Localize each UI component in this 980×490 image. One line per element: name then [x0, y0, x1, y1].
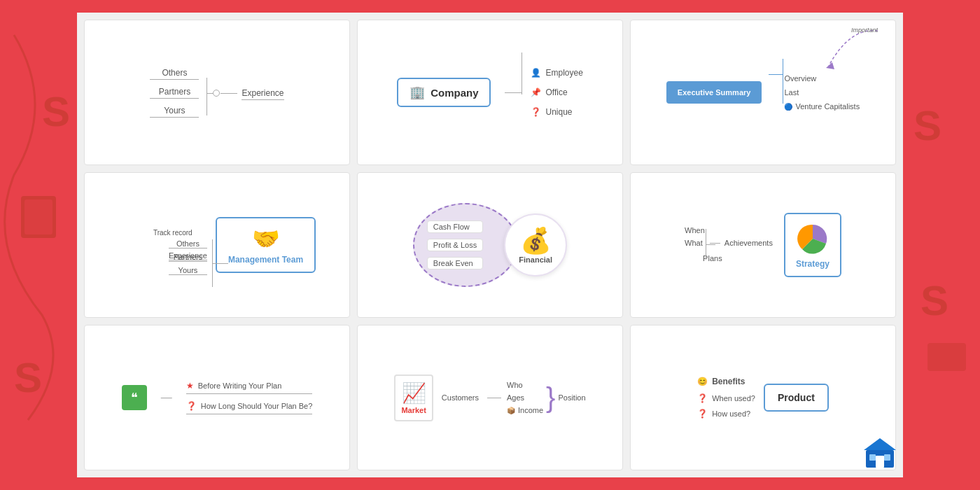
svg-rect-2 — [24, 200, 52, 234]
strategy-box: Strategy — [784, 213, 841, 277]
income-label: Income — [518, 406, 543, 414]
when-used-item: ❓ When used? — [697, 393, 755, 403]
card-financial: Cash Flow Profit & Loss Break Even 💰 Fin… — [357, 172, 623, 318]
venture-label: Venture Capitalists — [795, 102, 860, 111]
mgmt-emoji: 🤝 — [252, 225, 280, 252]
svg-text:S: S — [913, 102, 941, 149]
financial-coin: 💰 — [520, 226, 552, 255]
office-label: Office — [545, 88, 567, 97]
financial-box: 💰 Financial — [504, 214, 567, 276]
house-icon — [862, 435, 897, 475]
card-company: 🏢 Company 👤 Employee 📌 Office — [357, 20, 623, 165]
market-title: Market — [401, 406, 426, 414]
yours-label: Yours — [150, 106, 199, 118]
svg-marker-10 — [864, 438, 896, 450]
brace-icon: } — [546, 384, 555, 412]
card-strategy: When What Achievements Plans — [630, 172, 896, 318]
svg-rect-0 — [0, 0, 80, 490]
card4-yours: Yours — [169, 266, 207, 275]
how-used-item: ❓ How used? — [697, 409, 755, 419]
card-management-team: Track record Others Partners Yours Exper… — [84, 172, 350, 318]
product-title: Product — [778, 392, 815, 403]
card-market: 📈 Market Customers Who Ages 📦 Income — [357, 325, 623, 470]
experience-label: Experience — [241, 88, 284, 100]
track-record-label: Track record — [153, 229, 207, 237]
market-chart-icon: 📈 — [402, 382, 426, 405]
svg-text:S: S — [14, 354, 42, 401]
profit-loss-label: Profit & Loss — [427, 239, 483, 251]
company-box: 🏢 Company — [397, 78, 491, 107]
strategy-title: Strategy — [796, 259, 830, 269]
executive-summary-box: Executive Summary — [666, 81, 762, 104]
achievements-label: Achievements — [724, 239, 773, 247]
company-icon: 🏢 — [410, 85, 425, 100]
company-title: Company — [430, 87, 478, 99]
employee-label: Employee — [545, 68, 582, 78]
when-label: When — [685, 226, 705, 234]
customers-label: Customers — [439, 393, 482, 402]
how-used-label: How used? — [712, 410, 750, 418]
card2-employee: 👤 Employee — [531, 68, 582, 78]
how-long-label: How Long Should Your Plan Be? — [201, 402, 313, 410]
writing-plan-item2: ❓ How Long Should Your Plan Be? — [186, 401, 313, 414]
benefits-emoji: 😊 — [697, 377, 708, 386]
main-grid: Others Partners Yours Experience 🏢 Comp — [77, 13, 903, 477]
card2-unique: ❓ Unique — [531, 107, 582, 117]
card4-others: Others — [169, 239, 207, 248]
mgmt-title: Management Team — [228, 255, 303, 265]
who-label: Who — [507, 381, 523, 389]
what-label: What — [685, 239, 703, 247]
card-executive-summary: Important Executive Summary Overview Las… — [630, 20, 896, 165]
svg-text:S: S — [920, 277, 948, 324]
last-label: Last — [784, 88, 860, 97]
quote-icon: ❝ — [122, 385, 147, 410]
svg-rect-5 — [899, 0, 980, 490]
card4-partners: Partners — [169, 253, 207, 262]
writing-plan-item1: ★ Before Writing Your Plan — [186, 381, 313, 394]
market-ages: Ages — [507, 393, 543, 402]
card2-office: 📌 Office — [531, 88, 582, 97]
card-writing-plan: ❝ — ★ Before Writing Your Plan ❓ How Lon… — [84, 325, 350, 470]
svg-rect-11 — [876, 456, 884, 468]
management-team-box: 🤝 Management Team — [216, 217, 316, 273]
market-box: 📈 Market — [394, 374, 433, 421]
svg-rect-12 — [869, 454, 876, 461]
svg-text:S: S — [42, 88, 70, 135]
cash-flow-label: Cash Flow — [427, 220, 483, 233]
svg-rect-13 — [884, 454, 890, 461]
market-who: Who — [507, 381, 543, 389]
partners-label: Partners — [150, 87, 199, 99]
before-writing-label: Before Writing Your Plan — [198, 382, 282, 390]
others-label: Others — [150, 68, 199, 80]
svg-rect-8 — [927, 343, 966, 371]
card-experience: Others Partners Yours Experience — [84, 20, 350, 165]
product-box: Product — [764, 384, 829, 412]
position-label: Position — [558, 393, 585, 402]
market-income: 📦 Income — [507, 406, 543, 414]
card-product: 😊 Benefits ❓ When used? ❓ How used? Prod… — [630, 325, 896, 470]
overview-label: Overview — [784, 74, 860, 83]
ages-label: Ages — [507, 393, 524, 402]
benefits-label: Benefits — [712, 377, 745, 386]
unique-label: Unique — [545, 107, 572, 117]
break-even-label: Break Even — [427, 257, 483, 270]
financial-title: Financial — [519, 255, 552, 264]
when-used-label: When used? — [712, 394, 755, 402]
svg-text:Important: Important — [851, 27, 878, 34]
benefits-row: 😊 Benefits — [697, 377, 755, 386]
